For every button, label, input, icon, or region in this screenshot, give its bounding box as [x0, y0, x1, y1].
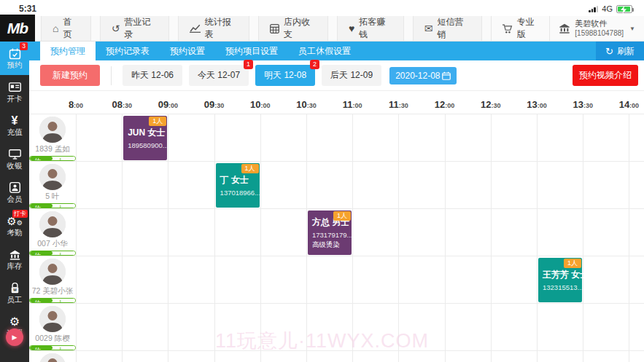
nav-item-1[interactable]: ↺营业记录: [100, 16, 169, 41]
heart-icon: ♥: [349, 23, 354, 34]
date-button-3[interactable]: 后天 12-09: [322, 65, 381, 86]
work-toggle-button[interactable]: 上班: [53, 299, 75, 302]
sidebar-item-考勤[interactable]: 打卡⚙⚙考勤: [0, 209, 29, 243]
appointment-block[interactable]: 1人方总 男士173179179...高级烫染: [308, 210, 352, 255]
appointment-phone: 132315513...: [543, 283, 578, 291]
date-button-label: 昨天 12-06: [131, 70, 174, 80]
appointment-block[interactable]: 1人丁 女士137018966...: [216, 163, 260, 208]
shift-toggle: 休息上班: [29, 298, 76, 303]
nav-item-0[interactable]: ⌂首页: [41, 16, 91, 41]
status-bar: 5:31 4G: [0, 0, 644, 16]
time-label: 10:00: [250, 98, 270, 111]
video-intro-button[interactable]: 预约视频介绍: [573, 65, 638, 86]
refresh-icon: ↻: [605, 46, 613, 57]
app-logo: Mb: [0, 15, 35, 42]
rest-toggle-button[interactable]: 休息: [30, 299, 53, 302]
nav-item-label: 统计报表: [205, 16, 238, 41]
notification-badge: 1: [244, 60, 253, 69]
time-label: 8:00: [69, 98, 83, 111]
notification-badge: 打卡: [12, 210, 28, 218]
avatar: [39, 259, 66, 285]
people-count-badge: 1人: [149, 117, 166, 126]
work-toggle-button[interactable]: 上班: [53, 204, 75, 208]
shift-toggle: 休息上班: [29, 345, 76, 350]
account-menu[interactable]: 美碧软件 [15988104788] ▼: [549, 16, 644, 41]
rest-toggle-button[interactable]: 休息: [30, 346, 53, 350]
date-picker-input[interactable]: 2020-12-08: [389, 67, 457, 84]
sidebar-item-label: 充值: [7, 128, 23, 136]
rest-toggle-button[interactable]: 休息: [30, 157, 53, 160]
shift-toggle: 休息上班: [29, 251, 76, 256]
shift-toggle: 休息上班: [29, 156, 76, 161]
sidebar-item-预约[interactable]: 3预约: [0, 42, 29, 75]
sidebar-item-label: 开卡: [7, 95, 23, 103]
nav-item-2[interactable]: 统计报表: [178, 16, 249, 41]
calendar-check-icon: [9, 47, 21, 60]
nav-item-label: 店内收支: [284, 16, 317, 41]
employee-name: 72 美碧小张: [32, 286, 74, 296]
nav-item-5[interactable]: ✉短信营销: [413, 16, 482, 41]
time-label: 11:00: [343, 98, 362, 111]
schedule-row: 5 叶休息上班: [29, 162, 644, 209]
top-nav: ⌂首页↺营业记录统计报表店内收支♥拓客赚钱✉短信营销 专业版 美碧软件 [159…: [0, 16, 644, 42]
sidebar-item-收银[interactable]: 收银: [0, 142, 29, 176]
date-button-0[interactable]: 昨天 12-06: [123, 65, 182, 86]
rest-toggle-button[interactable]: 休息: [30, 204, 53, 208]
employee-name: 007 小华: [37, 239, 67, 249]
shift-toggle: 休息上班: [29, 203, 76, 208]
employee-cell: 5 叶休息上班: [29, 162, 76, 208]
divider: [111, 66, 112, 85]
appointment-block[interactable]: 1人王芳芳 女士132315513...: [538, 258, 582, 302]
tab-1[interactable]: 预约记录表: [96, 42, 160, 60]
bank-icon: [9, 248, 21, 261]
sidebar-item-库存[interactable]: 库存: [0, 243, 29, 276]
time-label: 13:30: [573, 98, 592, 111]
plan-badge[interactable]: 专业版: [491, 16, 550, 41]
sidebar-item-label: 会员: [7, 195, 23, 203]
employee-cell: 007 小华休息上班: [29, 209, 76, 256]
nav-item-4[interactable]: ♥拓客赚钱: [337, 16, 404, 41]
time-label: 12:30: [481, 98, 500, 111]
chart-icon: [190, 24, 201, 33]
tab-4[interactable]: 员工休假设置: [288, 42, 361, 60]
sidebar-item-会员[interactable]: 会员: [0, 176, 29, 209]
tab-3[interactable]: 预约项目设置: [215, 42, 288, 60]
history-icon: ↺: [112, 23, 120, 34]
card-icon: [9, 81, 21, 93]
refresh-button[interactable]: ↻ 刷新: [596, 42, 644, 60]
plan-label: 专业版: [517, 16, 540, 41]
nav-item-label: 拓客赚钱: [359, 16, 392, 41]
appointment-service: 高级烫染: [312, 240, 348, 250]
date-button-2[interactable]: 明天 12-082: [255, 65, 315, 86]
tab-0[interactable]: 预约管理: [40, 42, 96, 60]
calculator-icon: [270, 24, 279, 34]
sidebar-item-充值[interactable]: ¥充值: [0, 109, 29, 142]
employee-cell: 0029 陈樱休息上班: [29, 304, 76, 350]
schedule-row: 0029 陈樱休息上班: [29, 304, 644, 351]
yen-icon: ¥: [12, 114, 18, 127]
employee-name: 0029 陈樱: [35, 334, 69, 344]
gear-icon: ⚙: [9, 315, 20, 328]
work-toggle-button[interactable]: 上班: [53, 346, 75, 350]
work-toggle-button[interactable]: 上班: [53, 251, 75, 255]
appointment-block[interactable]: 1人JUN 女士189580900...: [123, 116, 167, 160]
sidebar-item-员工[interactable]: M员工: [0, 276, 29, 310]
avatar: [39, 353, 66, 362]
video-play-button[interactable]: ▶: [6, 328, 23, 346]
rest-toggle-button[interactable]: 休息: [30, 251, 53, 255]
work-toggle-button[interactable]: 上班: [53, 157, 75, 160]
time-label: 13:00: [527, 98, 546, 111]
date-button-1[interactable]: 今天 12-071: [189, 65, 249, 86]
time-header: 8:0008:3009:0009:3010:0010:3011:0011:301…: [29, 91, 644, 114]
tab-2[interactable]: 预约设置: [160, 42, 215, 60]
battery-icon: [616, 5, 632, 13]
sidebar-item-开卡[interactable]: 开卡: [0, 75, 29, 109]
sidebar-item-label: 考勤: [7, 229, 23, 237]
nav-item-label: 短信营销: [437, 16, 470, 41]
avatar: [39, 306, 66, 332]
nav-item-3[interactable]: 店内收支: [258, 16, 328, 41]
employee-cell: 72 美碧小张休息上班: [29, 256, 76, 303]
date-button-label: 明天 12-08: [264, 70, 306, 80]
member-icon: [9, 181, 20, 194]
new-appointment-button[interactable]: 新建预约: [40, 65, 100, 86]
